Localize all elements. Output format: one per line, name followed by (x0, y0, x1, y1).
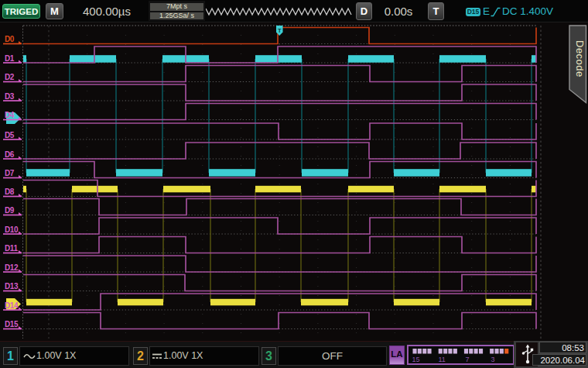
svg-text:D9: D9 (5, 206, 15, 215)
svg-text:D0: D0 (5, 35, 15, 43)
svg-text:15: 15 (412, 356, 420, 363)
svg-text:D5: D5 (5, 131, 15, 139)
svg-text:D3: D3 (5, 92, 15, 101)
svg-text:D6: D6 (5, 150, 15, 159)
svg-text:D10: D10 (5, 225, 19, 234)
svg-text:D14: D14 (5, 301, 19, 310)
svg-text:7: 7 (466, 356, 470, 363)
svg-text:D8: D8 (5, 187, 15, 196)
svg-text:D11: D11 (5, 244, 18, 253)
svg-text:D4: D4 (5, 111, 15, 119)
svg-text:D12: D12 (5, 263, 19, 272)
svg-text:11: 11 (439, 356, 446, 363)
svg-text:D7: D7 (5, 169, 15, 177)
svg-text:D2: D2 (5, 73, 15, 81)
svg-text:T: T (278, 27, 282, 34)
svg-text:D13: D13 (5, 282, 19, 291)
svg-text:D15: D15 (5, 320, 19, 328)
svg-text:3: 3 (491, 356, 495, 363)
svg-text:D1: D1 (5, 54, 15, 63)
